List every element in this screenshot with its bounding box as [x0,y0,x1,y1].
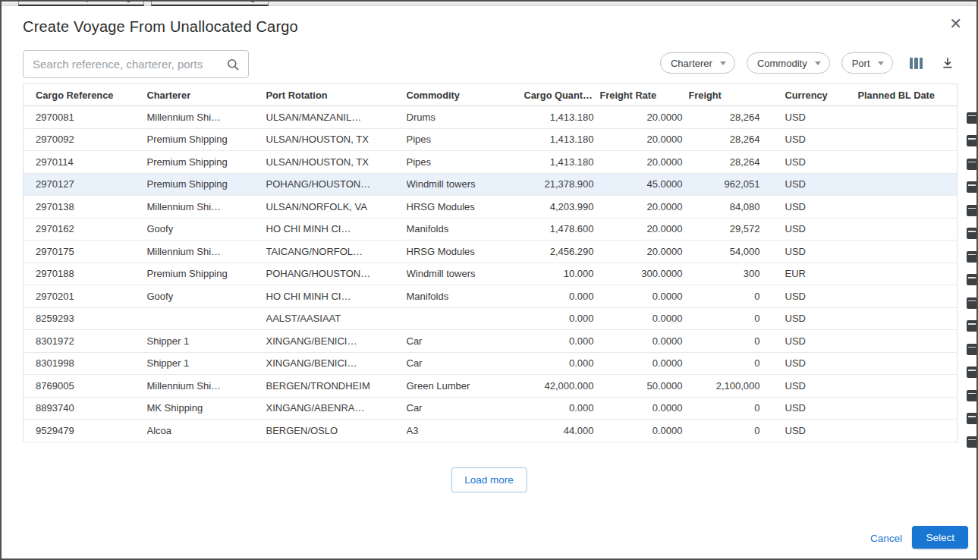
search-input[interactable] [24,51,248,77]
column-header-commodity[interactable]: Commodity [407,84,524,106]
column-header-currency[interactable]: Currency [784,84,858,106]
cell-commodity: Windmill towers [407,173,524,196]
search-box [23,50,249,78]
cell-commodity: HRSG Modules [407,241,524,263]
cell-port_rotation: XINGANG/BENICI… [266,330,407,353]
cell-port_rotation: POHANG/HOUSTON… [266,263,407,285]
cell-charterer: Premium Shipping [147,173,266,196]
cell-currency: USD [784,128,858,151]
cell-commodity: Manifolds [407,218,524,241]
table-row[interactable]: 2970138Millennium Shi…ULSAN/NORFOLK, VAH… [24,196,958,219]
calendar-icon[interactable] [967,135,977,146]
cell-freight: 0 [689,352,784,375]
calendar-icon[interactable] [967,320,977,332]
cell-port_rotation: HO CHI MINH CI… [266,218,407,241]
download-icon[interactable] [941,56,954,70]
table-row[interactable]: 2970114Premium ShippingULSAN/HOUSTON, TX… [24,151,958,174]
cell-qty: 44.000 [524,420,600,442]
cell-qty: 0.000 [524,307,600,330]
select-button[interactable]: Select [912,526,968,549]
column-header-cargo-reference[interactable]: Cargo Reference [24,84,147,106]
table-row[interactable]: 8259293AALST/AASIAAT0.0000.00000USD [24,307,958,330]
table-row[interactable]: 9529479AlcoaBERGEN/OSLOA344.0000.00000US… [24,420,958,442]
table-row[interactable]: 2970162GoofyHO CHI MINH CI…Manifolds1,47… [24,218,958,241]
table-row[interactable]: 2970175Millennium Shi…TAICANG/NORFOL…HRS… [24,241,958,263]
table-row[interactable]: 2970092Premium ShippingULSAN/HOUSTON, TX… [24,128,958,151]
cell-currency: USD [784,307,858,330]
cell-freight: 0 [689,397,784,420]
charterer-filter-dropdown[interactable]: Charterer [660,52,735,74]
cell-ref: 8259293 [24,307,147,330]
cell-rate: 20.0000 [600,151,689,174]
cell-charterer: Premium Shipping [147,151,266,174]
cell-freight: 0 [689,307,784,330]
calendar-icon[interactable] [967,251,977,263]
calendar-icon[interactable] [967,159,977,170]
cell-charterer: Premium Shipping [147,263,266,285]
cell-qty: 1,413.180 [524,151,600,174]
calendar-icon[interactable] [967,205,977,216]
cell-freight: 28,264 [689,106,784,129]
tab-use-unallocated-cargo[interactable]: Use Unallocated Cargo [151,0,268,6]
cell-currency: USD [784,352,858,375]
calendar-icon[interactable] [967,297,977,309]
cell-freight: 0 [689,285,784,308]
cell-currency: USD [784,241,858,263]
column-header-port-rotation[interactable]: Port Rotation [266,84,407,106]
cell-ref: 8893740 [24,397,147,420]
calendar-icon[interactable] [967,181,977,193]
cell-charterer: Goofy [147,285,266,308]
cell-port_rotation: ULSAN/HOUSTON, TX [266,128,407,151]
cell-freight: 84,080 [689,196,784,219]
load-more-button[interactable]: Load more [451,467,527,492]
column-header-planned-bl-date[interactable]: Planned BL Date [858,84,958,106]
cell-currency: USD [784,375,858,398]
table-row[interactable]: 2970188Premium ShippingPOHANG/HOUSTON…Wi… [24,263,958,285]
column-header-cargo-quantity[interactable]: Cargo Quantity [524,84,600,106]
column-header-charterer[interactable]: Charterer [147,84,266,106]
calendar-icon[interactable] [967,274,977,285]
cell-commodity: Car [407,397,524,420]
cell-currency: USD [784,420,858,442]
cell-port_rotation: XINGANG/BENICI… [266,352,407,375]
cargo-table-body: 2970081Millennium Shi…ULSAN/MANZANIL…Dru… [24,106,958,442]
cell-bl_date [858,375,958,398]
calendar-icon[interactable] [967,112,977,124]
columns-icon[interactable] [910,57,923,69]
table-row[interactable]: 2970081Millennium Shi…ULSAN/MANZANIL…Dru… [24,106,958,129]
cell-commodity: Manifolds [407,285,524,308]
commodity-filter-dropdown[interactable]: Commodity [747,52,830,74]
calendar-icon[interactable] [967,344,977,355]
cell-bl_date [858,397,958,420]
cell-qty: 4,203.990 [524,196,600,219]
table-row[interactable]: 8893740MK ShippingXINGANG/ABENRA…Car0.00… [24,397,958,420]
chevron-down-icon [720,61,726,65]
table-row[interactable]: 8301972Shipper 1XINGANG/BENICI…Car0.0000… [24,330,958,353]
column-header-freight-rate[interactable]: Freight Rate [600,84,689,106]
cell-ref: 8301998 [24,352,147,375]
cell-ref: 2970188 [24,263,147,285]
cell-rate: 20.0000 [600,128,689,151]
calendar-icon[interactable] [967,390,977,401]
port-filter-dropdown[interactable]: Port [841,52,893,74]
cancel-button[interactable]: Cancel [870,533,902,544]
cell-qty: 0.000 [524,285,600,308]
table-row[interactable]: 8301998Shipper 1XINGANG/BENICI…Car0.0000… [24,352,958,375]
cell-freight: 300 [689,263,784,285]
close-icon[interactable]: ✕ [949,16,962,31]
calendar-icon[interactable] [967,413,977,424]
calendar-icon[interactable] [967,367,977,378]
table-row[interactable]: 2970127Premium ShippingPOHANG/HOUSTON…Wi… [24,173,958,196]
cell-currency: USD [784,218,858,241]
port-filter-label: Port [852,58,870,69]
calendar-icon[interactable] [967,436,977,448]
table-row[interactable]: 8769005Millennium Shi…BERGEN/TRONDHEIMGr… [24,375,958,398]
tab-use-coa-template-cargo[interactable]: Use CoA Template Cargo [18,0,144,6]
column-header-freight[interactable]: Freight [689,84,784,106]
table-row[interactable]: 2970201GoofyHO CHI MINH CI…Manifolds0.00… [24,285,958,308]
row-date-icons [967,106,978,454]
cell-freight: 28,264 [689,151,784,174]
toolbar-right: Charterer Commodity Port [660,52,954,74]
cell-rate: 45.0000 [600,173,689,196]
calendar-icon[interactable] [967,228,977,239]
